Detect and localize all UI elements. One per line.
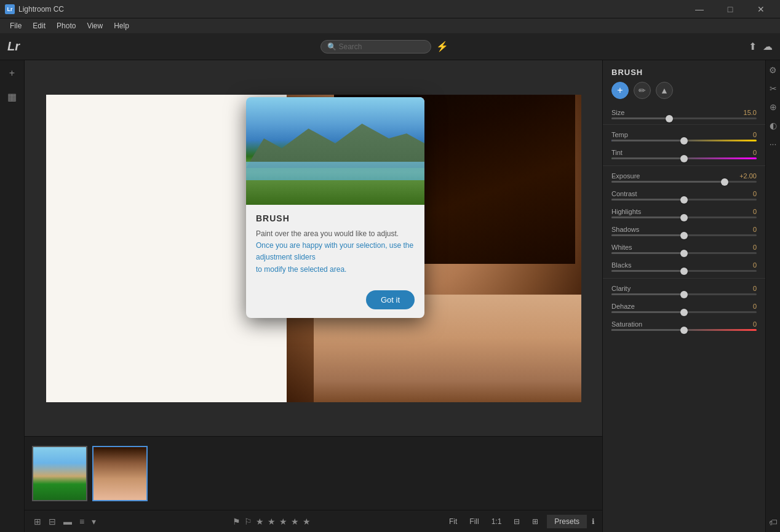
contrast-label: Contrast bbox=[611, 190, 637, 197]
flag-up-icon[interactable]: ⚑ bbox=[233, 517, 241, 526]
brush-tooltip-popup: BRUSH Paint over the area you would like… bbox=[246, 97, 424, 318]
cloud-icon[interactable]: ☁ bbox=[763, 41, 773, 52]
temp-slider-thumb[interactable] bbox=[680, 137, 688, 145]
clarity-slider-fill bbox=[611, 293, 684, 295]
thumbnail-portrait[interactable] bbox=[92, 446, 148, 501]
lr-logo: Lr bbox=[7, 39, 20, 54]
upload-icon[interactable]: ⬆ bbox=[749, 41, 757, 52]
presets-button[interactable]: Presets bbox=[547, 515, 587, 528]
menu-file[interactable]: File bbox=[5, 20, 26, 31]
star-2[interactable]: ★ bbox=[268, 517, 276, 526]
sort-icon[interactable]: ≡ bbox=[78, 515, 86, 528]
masking-icon[interactable]: ◐ bbox=[770, 121, 777, 130]
tooltip-highlight-line3: Once you are happy with your bbox=[256, 241, 354, 250]
window-controls: — □ ✕ bbox=[685, 0, 775, 18]
got-it-button[interactable]: Got it bbox=[366, 290, 415, 309]
panel-separator bbox=[603, 165, 765, 166]
blacks-slider-track[interactable] bbox=[611, 270, 757, 272]
saturation-slider-track[interactable] bbox=[611, 329, 757, 331]
star-1[interactable]: ★ bbox=[256, 517, 264, 526]
view-multi-icon[interactable]: ⊟ bbox=[47, 515, 58, 528]
clarity-slider-row: Clarity0 bbox=[603, 281, 765, 299]
dehaze-label: Dehaze bbox=[611, 303, 635, 310]
saturation-slider-thumb[interactable] bbox=[680, 327, 688, 334]
whites-slider-thumb[interactable] bbox=[680, 250, 688, 257]
temp-slider-track[interactable] bbox=[611, 140, 757, 141]
temp-slider-fill bbox=[611, 140, 684, 141]
shadows-slider-thumb[interactable] bbox=[680, 232, 688, 239]
size-slider-thumb[interactable] bbox=[666, 115, 673, 122]
thumbnail-landscape-image bbox=[33, 447, 86, 500]
star-4[interactable]: ★ bbox=[291, 517, 299, 526]
size-slider-track[interactable] bbox=[611, 117, 757, 119]
split-icon[interactable]: ⊞ bbox=[528, 516, 542, 527]
highlights-slider-track[interactable] bbox=[611, 216, 757, 218]
highlights-slider-fill bbox=[611, 216, 684, 218]
clarity-slider-thumb[interactable] bbox=[680, 291, 688, 298]
exposure-slider-thumb[interactable] bbox=[721, 178, 728, 186]
highlights-label: Highlights bbox=[611, 208, 641, 215]
minimize-button[interactable]: — bbox=[685, 0, 714, 18]
whites-slider-fill bbox=[611, 252, 684, 254]
tag-icon[interactable]: 🏷 bbox=[769, 517, 778, 527]
size-slider-row: Size 15.0 bbox=[603, 105, 765, 122]
star-3[interactable]: ★ bbox=[279, 517, 287, 526]
flag-down-icon[interactable]: ⚐ bbox=[244, 517, 252, 526]
whites-label: Whites bbox=[611, 244, 632, 251]
info-icon[interactable]: ℹ bbox=[592, 517, 595, 526]
menu-edit[interactable]: Edit bbox=[28, 20, 50, 31]
bottom-right-controls: Fit Fill 1:1 ⊟ ⊞ Presets ℹ bbox=[445, 515, 595, 528]
add-icon[interactable]: + bbox=[7, 65, 17, 81]
exposure-value: +2.00 bbox=[739, 172, 757, 180]
zoom-1to1-button[interactable]: 1:1 bbox=[488, 516, 506, 527]
brush-add-button[interactable]: + bbox=[611, 82, 629, 99]
filter-icon[interactable]: ⚡ bbox=[436, 41, 448, 52]
maximize-button[interactable]: □ bbox=[716, 0, 744, 18]
clarity-value: 0 bbox=[753, 285, 757, 292]
search-box[interactable]: 🔍 Search bbox=[320, 40, 431, 54]
thumbnail-landscape[interactable] bbox=[32, 446, 87, 501]
view-grid-icon[interactable]: ⊞ bbox=[32, 515, 43, 528]
whites-slider-track[interactable] bbox=[611, 252, 757, 254]
menu-photo[interactable]: Photo bbox=[52, 20, 81, 31]
grid-icon[interactable]: ▦ bbox=[5, 89, 19, 105]
contrast-slider-thumb[interactable] bbox=[680, 196, 688, 204]
top-toolbar: Lr 🔍 Search ⚡ ⬆ ☁ bbox=[0, 33, 780, 60]
tint-slider-track[interactable] bbox=[611, 157, 757, 159]
tooltip-line1: Paint over the area you would like to bbox=[256, 229, 375, 238]
dehaze-slider-track[interactable] bbox=[611, 311, 757, 313]
right-icons-strip: ⚙ ✂ ⊕ ◐ ··· 🏷 bbox=[765, 60, 780, 532]
tint-slider-thumb[interactable] bbox=[680, 155, 688, 162]
menu-help[interactable]: Help bbox=[109, 20, 134, 31]
star-5[interactable]: ★ bbox=[303, 517, 311, 526]
saturation-label: Saturation bbox=[611, 320, 642, 328]
zoom-fill-button[interactable]: Fill bbox=[466, 516, 482, 527]
exposure-slider-track[interactable] bbox=[611, 181, 757, 183]
brush-settings-button[interactable]: ▲ bbox=[656, 82, 673, 99]
healing-icon[interactable]: ⊕ bbox=[770, 102, 777, 112]
shadows-slider-track[interactable] bbox=[611, 234, 757, 236]
zoom-fit-button[interactable]: Fit bbox=[445, 516, 461, 527]
tooltip-landscape-image bbox=[246, 97, 424, 205]
adjust-icon[interactable]: ⚙ bbox=[769, 65, 777, 75]
contrast-slider-track[interactable] bbox=[611, 199, 757, 200]
app-title: Lightroom CC bbox=[18, 5, 64, 14]
saturation-slider-fill bbox=[611, 329, 684, 331]
crop-icon[interactable]: ✂ bbox=[770, 84, 777, 93]
compare-icon[interactable]: ⊟ bbox=[510, 516, 523, 527]
menu-view[interactable]: View bbox=[82, 20, 108, 31]
close-button[interactable]: ✕ bbox=[747, 0, 775, 18]
more-icon[interactable]: ··· bbox=[770, 139, 777, 149]
sort-arrow-icon[interactable]: ▾ bbox=[90, 515, 98, 528]
whites-value: 0 bbox=[753, 244, 757, 251]
highlights-slider-thumb[interactable] bbox=[680, 214, 688, 221]
exposure-slider-row: Exposure+2.00 bbox=[603, 169, 765, 186]
tooltip-highlight-line5: to modify the selected area. bbox=[256, 265, 346, 274]
exposure-label: Exposure bbox=[611, 172, 640, 180]
blacks-slider-thumb[interactable] bbox=[680, 268, 688, 275]
dehaze-slider-thumb[interactable] bbox=[680, 309, 688, 316]
exposure-slider-fill bbox=[611, 181, 725, 183]
view-single-icon[interactable]: ▬ bbox=[62, 515, 74, 528]
clarity-slider-track[interactable] bbox=[611, 293, 757, 295]
brush-erase-button[interactable]: ✏ bbox=[634, 82, 651, 99]
